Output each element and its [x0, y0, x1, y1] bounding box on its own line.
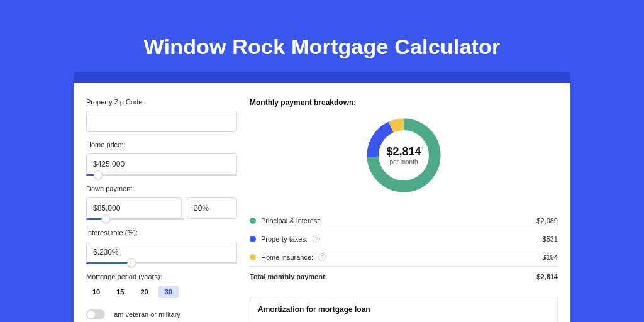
dot-icon — [250, 254, 256, 260]
period-option-20[interactable]: 20 — [135, 286, 155, 298]
page-title: Window Rock Mortgage Calculator — [0, 0, 644, 72]
legend-row-insurance: Home insurance: ? $194 — [250, 248, 558, 266]
home-price-input[interactable] — [86, 153, 237, 175]
donut-wrap: $2,814 per month — [250, 114, 558, 196]
zip-group: Property Zip Code: — [86, 98, 237, 132]
period-option-10[interactable]: 10 — [86, 286, 106, 298]
period-option-15[interactable]: 15 — [110, 286, 130, 298]
amortization-title: Amortization for mortgage loan — [258, 305, 550, 314]
down-payment-pct-input[interactable] — [187, 197, 237, 219]
zip-input[interactable] — [86, 111, 237, 132]
donut-value: $2,814 — [386, 145, 421, 158]
legend-label-total: Total monthly payment: — [250, 273, 327, 280]
info-icon[interactable]: ? — [313, 235, 320, 243]
mortgage-period-label: Mortgage period (years): — [86, 273, 237, 280]
home-price-label: Home price: — [86, 141, 237, 148]
card-shelf — [74, 72, 570, 83]
legend-row-taxes: Property taxes: ? $531 — [250, 230, 558, 248]
interest-rate-input[interactable] — [86, 242, 237, 263]
legend-row-principal: Principal & Interest: $2,089 — [250, 211, 558, 230]
veteran-label: I am veteran or military — [110, 311, 180, 318]
period-option-30[interactable]: 30 — [158, 286, 179, 298]
down-payment-group: Down payment: — [86, 185, 237, 220]
dot-icon — [250, 218, 256, 224]
interest-rate-slider[interactable] — [86, 262, 237, 264]
interest-rate-slider-thumb[interactable] — [127, 258, 136, 267]
legend-value-insurance: $194 — [543, 253, 558, 261]
legend-label-taxes: Property taxes: — [261, 235, 308, 243]
calculator-card: Property Zip Code: Home price: Down paym… — [74, 83, 570, 322]
down-payment-label: Down payment: — [86, 185, 237, 192]
interest-rate-group: Interest rate (%): — [86, 229, 237, 264]
inputs-panel: Property Zip Code: Home price: Down paym… — [86, 98, 237, 322]
home-price-group: Home price: — [86, 141, 237, 176]
veteran-toggle[interactable] — [86, 309, 105, 319]
mortgage-period-segmented: 10 15 20 30 — [86, 286, 237, 298]
interest-rate-slider-fill — [86, 262, 131, 264]
info-icon[interactable]: ? — [318, 253, 326, 261]
home-price-slider-thumb[interactable] — [94, 170, 103, 179]
breakdown-title: Monthly payment breakdown: — [250, 98, 558, 107]
down-payment-input[interactable] — [86, 197, 182, 219]
donut-chart: $2,814 per month — [363, 114, 445, 196]
legend-value-taxes: $531 — [543, 235, 558, 243]
legend-row-total: Total monthly payment: $2,814 — [250, 266, 558, 286]
legend-label-insurance: Home insurance: — [261, 253, 313, 261]
mortgage-period-group: Mortgage period (years): 10 15 20 30 — [86, 273, 237, 298]
legend-value-principal: $2,089 — [536, 217, 558, 225]
interest-rate-label: Interest rate (%): — [86, 229, 237, 236]
veteran-row: I am veteran or military — [86, 309, 237, 319]
legend-label-principal: Principal & Interest: — [261, 217, 321, 225]
zip-label: Property Zip Code: — [86, 98, 237, 106]
home-price-slider[interactable] — [86, 174, 237, 176]
legend-value-total: $2,814 — [536, 273, 558, 280]
dot-icon — [250, 236, 256, 242]
amortization-card: Amortization for mortgage loan Amortizat… — [250, 297, 558, 322]
breakdown-panel: Monthly payment breakdown: $2,814 per mo… — [250, 98, 558, 322]
down-payment-slider[interactable] — [86, 218, 184, 220]
down-payment-slider-thumb[interactable] — [101, 214, 110, 223]
donut-sub: per month — [389, 158, 418, 165]
